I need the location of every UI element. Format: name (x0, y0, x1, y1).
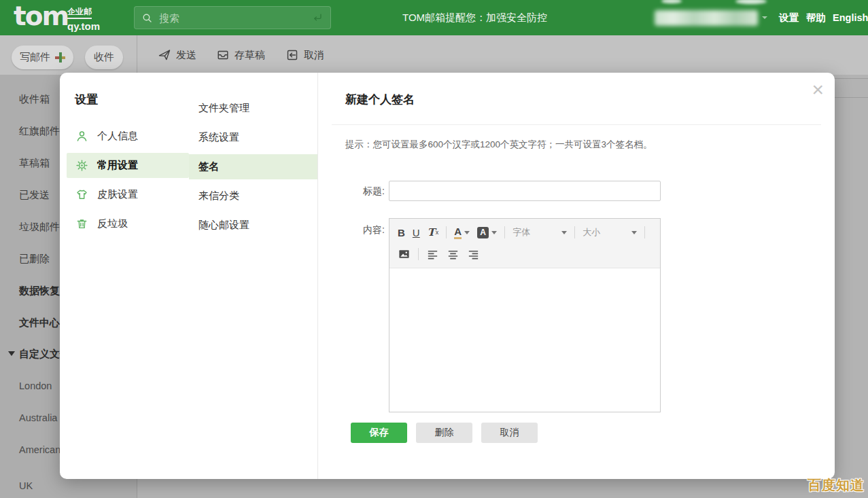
submenu-folder-management[interactable]: 文件夹管理 (189, 96, 317, 121)
caret-down-icon (631, 231, 637, 234)
cancel-compose-button[interactable]: 取消 (285, 46, 324, 64)
cancel-compose-label: 取消 (304, 49, 324, 62)
menu-item-anti-spam[interactable]: 反垃圾 (67, 211, 189, 236)
header-settings-link[interactable]: 设置 (779, 0, 799, 35)
submenu-casual-mail[interactable]: 随心邮设置 (189, 213, 317, 238)
mail-toolbar: 写邮件 收件 发送 存草稿 取消 (0, 35, 868, 75)
action-buttons: 保存 删除 取消 (351, 423, 808, 443)
submenu-mail-sorting[interactable]: 来信分类 (189, 183, 317, 209)
tom-logo[interactable]: tom (14, 1, 68, 31)
signature-title-input[interactable] (389, 181, 661, 201)
send-label: 发送 (176, 49, 196, 62)
sidebar-item-deleted[interactable]: 已删除 (19, 253, 50, 266)
toolbar-separator (644, 226, 645, 238)
submenu-system-settings[interactable]: 系统设置 (189, 125, 317, 150)
blur-smudge (735, 0, 767, 4)
title-field-label: 标题: (349, 181, 385, 198)
security-notice: TOM邮箱提醒您：加强安全防控 (402, 0, 547, 35)
cancel-button[interactable]: 取消 (481, 423, 538, 443)
align-center-button[interactable] (447, 248, 459, 261)
align-left-button[interactable] (426, 248, 439, 261)
clear-format-button[interactable]: Tx (428, 228, 439, 238)
toolbar-separator (504, 226, 505, 238)
brand-line-1: 企业邮 (67, 7, 92, 19)
menu-item-label: 反垃圾 (97, 217, 128, 230)
chevron-down-icon[interactable] (8, 351, 15, 356)
save-button[interactable]: 保存 (351, 423, 407, 443)
sidebar-item-drafts[interactable]: 草稿箱 (19, 157, 50, 171)
toolbar-separator (446, 226, 447, 238)
title-divider (332, 124, 821, 125)
user-email-blurred[interactable] (655, 10, 758, 26)
sidebar-item-inbox[interactable]: 收件箱 (19, 93, 50, 107)
send-button[interactable]: 发送 (158, 46, 196, 64)
underline-button[interactable]: U (413, 228, 420, 238)
caret-down-icon (561, 231, 567, 234)
search-box[interactable] (134, 6, 331, 29)
sidebar-folder-london[interactable]: London (19, 380, 52, 394)
settings-menu: 个人信息 常用设置 皮肤设置 反垃圾 (60, 124, 189, 236)
header-help-link[interactable]: 帮助 (806, 0, 826, 35)
person-icon (75, 130, 88, 143)
sidebar-item-junk[interactable]: 垃圾邮件 (19, 221, 60, 234)
paper-plane-icon (158, 48, 171, 62)
title-field-row: 标题: (345, 181, 808, 201)
bold-button[interactable]: B (398, 228, 405, 238)
signature-panel: 新建个人签名 × 提示：您可设置最多600个汉字或1200个英文字符；一共可设置… (318, 73, 835, 479)
close-icon[interactable]: × (812, 79, 824, 100)
mail-list-divider (835, 78, 868, 79)
receive-label: 收件 (94, 51, 114, 64)
signature-hint: 提示：您可设置最多600个汉字或1200个英文字符；一共可设置3个签名档。 (345, 139, 808, 151)
brand-line-2: qy.tom (67, 20, 100, 32)
enter-icon[interactable] (311, 12, 324, 24)
sidebar-item-flagged[interactable]: 红旗邮件 (19, 125, 60, 139)
editor-toolbar: B U Tx A A 字体 大小 (389, 219, 660, 268)
settings-title: 设置 (75, 92, 189, 107)
toolbar-separator (418, 248, 419, 260)
insert-image-button[interactable] (398, 248, 411, 261)
sidebar-item-sent[interactable]: 已发送 (19, 189, 50, 202)
submenu-signature[interactable]: 签名 (189, 154, 317, 179)
drawer-icon (216, 48, 230, 62)
receive-button[interactable]: 收件 (85, 46, 123, 69)
trash-icon (75, 217, 88, 230)
settings-modal: 设置 个人信息 常用设置 皮肤设置 反垃圾 (60, 73, 835, 479)
plus-icon (55, 52, 65, 63)
settings-submenu-column: 文件夹管理 系统设置 签名 来信分类 随心邮设置 (189, 73, 318, 479)
font-family-select[interactable]: 字体 (513, 226, 567, 238)
menu-item-label: 皮肤设置 (97, 188, 138, 201)
align-right-button[interactable] (467, 248, 480, 261)
rich-text-editor: B U Tx A A 字体 大小 (389, 218, 661, 412)
user-menu-caret-icon[interactable] (762, 16, 767, 19)
panel-title: 新建个人签名 (345, 92, 808, 107)
content-field-label: 内容: (349, 218, 385, 236)
menu-item-label: 常用设置 (97, 159, 138, 172)
menu-item-label: 个人信息 (97, 130, 138, 143)
tshirt-icon (75, 188, 88, 201)
sidebar-folder-uk[interactable]: UK (19, 480, 33, 494)
caret-down-icon (464, 231, 470, 234)
sidebar-folder-american[interactable]: American (19, 444, 60, 458)
menu-item-skin-settings[interactable]: 皮肤设置 (67, 182, 189, 207)
delete-button[interactable]: 删除 (416, 423, 472, 443)
signature-content-area[interactable] (389, 268, 660, 412)
blur-smudge (661, 0, 682, 3)
app-window: tom 企业邮 qy.tom TOM邮箱提醒您：加强安全防控 设置 帮助 Eng… (0, 0, 868, 498)
menu-item-personal-info[interactable]: 个人信息 (67, 124, 189, 149)
mail-list-divider (835, 97, 868, 98)
header-language-link[interactable]: English (833, 0, 868, 35)
sidebar-item-file-center[interactable]: 文件中心 (19, 317, 60, 330)
highlight-color-button[interactable]: A (477, 227, 497, 238)
sidebar-item-data-recovery[interactable]: 数据恢复 (19, 285, 60, 298)
back-arrow-box-icon (285, 48, 299, 62)
font-size-select[interactable]: 大小 (583, 226, 637, 238)
save-draft-button[interactable]: 存草稿 (216, 46, 265, 64)
font-color-button[interactable]: A (454, 226, 470, 239)
menu-item-common-settings[interactable]: 常用设置 (67, 153, 189, 178)
settings-menu-column: 设置 个人信息 常用设置 皮肤设置 反垃圾 (60, 73, 189, 479)
search-input[interactable] (159, 12, 311, 24)
compose-button[interactable]: 写邮件 (12, 46, 73, 69)
caret-down-icon (491, 231, 497, 234)
search-icon (141, 12, 153, 24)
sidebar-folder-australia[interactable]: Australia (19, 412, 57, 426)
